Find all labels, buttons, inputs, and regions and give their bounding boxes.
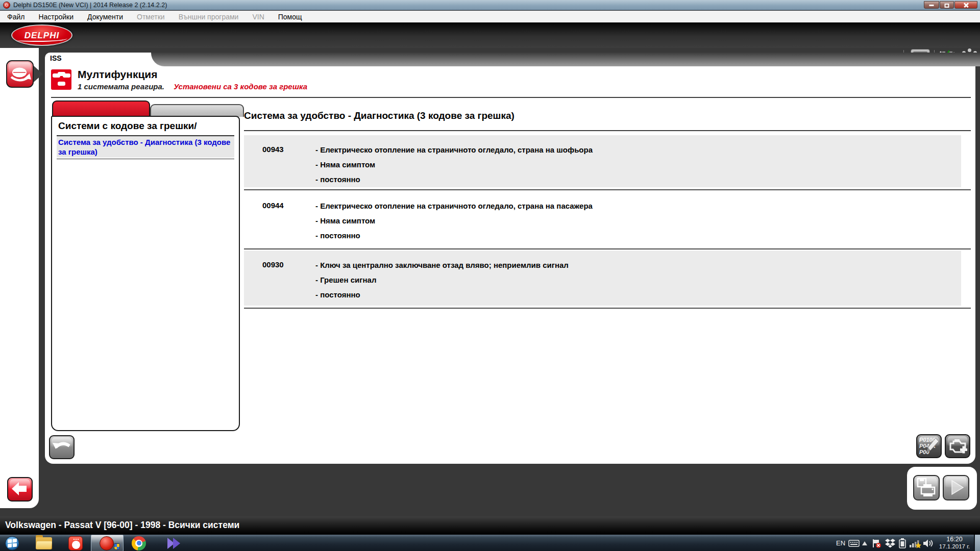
network-icon[interactable] bbox=[908, 536, 922, 550]
maximize-button[interactable] bbox=[940, 1, 954, 9]
explorer-taskbar-button[interactable] bbox=[35, 536, 53, 550]
taskbar: EN 16:20 17.1.2017 г. bbox=[0, 534, 980, 551]
gom-player-icon bbox=[68, 536, 83, 550]
start-button[interactable] bbox=[4, 536, 20, 550]
title-bar: Delphi DS150E (New VCI) | 2014 Release 2… bbox=[0, 0, 980, 10]
systems-tab-active[interactable] bbox=[52, 101, 150, 117]
dtc-status: - постоянно bbox=[315, 228, 593, 243]
sidebar-pointer-arrow bbox=[34, 66, 43, 82]
dtc-code: 00944 bbox=[262, 201, 284, 210]
dtc-status: - постоянно bbox=[315, 172, 593, 187]
divider bbox=[57, 159, 234, 159]
chrome-taskbar-button[interactable] bbox=[131, 536, 147, 550]
systems-panel-header: Системи с кодове за грешки/ bbox=[58, 120, 197, 132]
function-status: 1 системата реагира. Установени са 3 код… bbox=[78, 82, 307, 91]
menu-settings[interactable]: Настройки bbox=[38, 13, 74, 21]
vehicle-status-text: Volkswagen - Passat V [96-00] - 1998 - В… bbox=[5, 516, 239, 534]
kmplayer-icon bbox=[167, 536, 183, 550]
dtc-row-00943[interactable]: 00943 - Електрическо отопление на страни… bbox=[244, 135, 961, 187]
error-status-text: Установени са 3 кодове за грешка bbox=[174, 82, 307, 91]
dtc-code: 00930 bbox=[262, 260, 284, 269]
kmplayer-taskbar-button[interactable] bbox=[166, 536, 184, 550]
dtc-status: - постоянно bbox=[315, 287, 569, 302]
show-desktop-button[interactable] bbox=[974, 535, 980, 551]
dtc-codes-button[interactable]: P0100 P040x P00 bbox=[916, 434, 942, 458]
pencil-icon bbox=[917, 435, 940, 457]
menu-help[interactable]: Помощ bbox=[278, 13, 302, 21]
left-sidebar bbox=[0, 48, 39, 508]
car-icon bbox=[7, 61, 32, 86]
divider bbox=[244, 248, 971, 249]
engine-add-button[interactable] bbox=[945, 434, 970, 458]
battery-tray-icon[interactable] bbox=[897, 536, 908, 550]
menu-vin: VIN bbox=[252, 13, 264, 21]
menu-documents[interactable]: Документи bbox=[87, 13, 123, 21]
dtc-row-00930[interactable]: 00930 - Ключ за централно заключване отз… bbox=[244, 251, 961, 306]
continue-button[interactable] bbox=[943, 475, 969, 500]
close-button[interactable] bbox=[954, 1, 977, 9]
dtc-symptom: - Грешен сигнал bbox=[315, 272, 569, 287]
back-button[interactable] bbox=[7, 477, 33, 502]
dtc-row-00944[interactable]: 00944 - Електрическо отопление на страни… bbox=[244, 191, 961, 246]
minimize-button[interactable] bbox=[924, 1, 939, 9]
folder-icon bbox=[36, 537, 52, 549]
play-icon bbox=[944, 476, 968, 499]
function-title: Мултифункция bbox=[78, 68, 157, 81]
vehicle-select-button[interactable] bbox=[6, 60, 34, 88]
divider bbox=[244, 308, 971, 309]
systems-status-text: 1 системата реагира. bbox=[78, 82, 164, 91]
divider bbox=[244, 189, 971, 190]
app-icon bbox=[3, 2, 10, 9]
toolbar-band: DELPHI eOBD bbox=[0, 22, 980, 48]
chrome-icon bbox=[132, 536, 146, 550]
tray-expand-icon[interactable] bbox=[861, 536, 869, 550]
delphi-taskbar-button-active[interactable] bbox=[91, 535, 124, 551]
window-title: Delphi DS150E (New VCI) | 2014 Release 2… bbox=[13, 2, 167, 9]
header-divider bbox=[51, 97, 971, 98]
clock[interactable]: 16:20 17.1.2017 г. bbox=[936, 536, 973, 550]
multifunction-icon bbox=[51, 69, 71, 90]
left-arrow-icon bbox=[8, 478, 31, 500]
status-bar: Volkswagen - Passat V [96-00] - 1998 - В… bbox=[0, 516, 980, 534]
volume-icon[interactable] bbox=[922, 536, 935, 550]
uac-shield-icon bbox=[114, 543, 120, 550]
delphi-logo: DELPHI bbox=[11, 24, 72, 46]
dtc-code: 00943 bbox=[262, 145, 284, 154]
windows-logo-icon bbox=[5, 536, 19, 550]
delphi-ds150e-app: Delphi DS150E (New VCI) | 2014 Release 2… bbox=[0, 0, 980, 551]
save-print-button[interactable] bbox=[913, 475, 940, 500]
undo-button[interactable] bbox=[49, 435, 75, 459]
undo-arrow-icon bbox=[50, 436, 73, 458]
dtc-description: - Ключ за централно заключване отзад вля… bbox=[315, 258, 569, 272]
delphi-app-icon bbox=[100, 536, 114, 550]
system-list-item[interactable]: Система за удобство - Диагностика (3 код… bbox=[57, 136, 234, 158]
divider bbox=[244, 130, 971, 131]
action-center-icon[interactable] bbox=[870, 536, 883, 550]
session-tab[interactable]: ISS bbox=[50, 54, 62, 62]
gom-player-taskbar-button[interactable] bbox=[67, 536, 84, 550]
tab-strip bbox=[151, 53, 980, 66]
menu-external-programs: Външни програми bbox=[179, 13, 239, 21]
engine-plus-icon bbox=[946, 435, 969, 457]
system-link[interactable]: Система за удобство - Диагностика (3 код… bbox=[58, 137, 237, 157]
dropbox-icon[interactable] bbox=[884, 536, 897, 550]
menu-bar: Файл Настройки Документи Отметки Външни … bbox=[0, 11, 980, 22]
dtc-symptom: - Няма симптом bbox=[315, 213, 593, 228]
systems-panel: Системи с кодове за грешки/ Система за у… bbox=[51, 116, 240, 431]
language-indicator[interactable]: EN bbox=[834, 536, 847, 550]
menu-bookmarks: Отметки bbox=[137, 13, 165, 21]
dtc-symptom: - Няма симптом bbox=[315, 157, 593, 172]
keyboard-icon[interactable] bbox=[847, 536, 861, 550]
save-print-icon bbox=[914, 476, 938, 499]
dtc-description: - Електрическо отопление на страничното … bbox=[315, 142, 593, 157]
action-panel bbox=[907, 467, 977, 510]
date-text: 17.1.2017 г. bbox=[936, 543, 973, 550]
dtc-description: - Електрическо отопление на страничното … bbox=[315, 198, 593, 213]
menu-file[interactable]: Файл bbox=[7, 13, 24, 21]
results-title: Система за удобство - Диагностика (3 код… bbox=[244, 110, 514, 121]
systems-tab-inactive[interactable] bbox=[150, 104, 244, 117]
time-text: 16:20 bbox=[936, 536, 973, 543]
